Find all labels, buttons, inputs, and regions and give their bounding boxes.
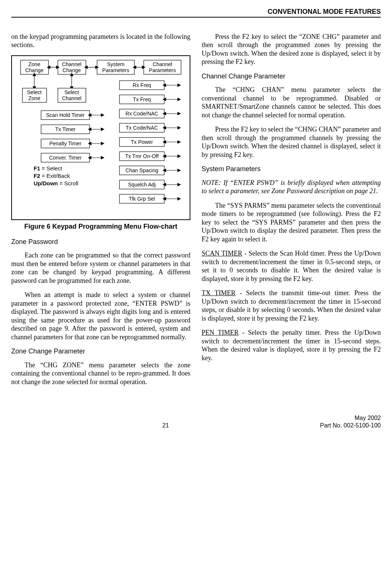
intro-text: on the keypad programming parameters is … [11,33,190,49]
svg-text:System: System [107,61,125,67]
svg-text:Squelch Adj: Squelch Adj [128,182,156,188]
tx-timer-text: TX TIMER - Selects the transmit time-out… [202,289,381,322]
page-header: CONVENTIONAL MODE FEATURES [11,7,381,18]
heading-zone-change: Zone Change Parameter [11,347,190,356]
svg-text:F2 = Exit/Back: F2 = Exit/Back [34,173,70,179]
tx-timer-label: TX TIMER [202,289,236,297]
pen-timer-label: PEN TIMER [202,329,239,336]
svg-text:Tlk Grp Sel: Tlk Grp Sel [129,196,155,202]
chan-items: Rx Freq Tx Freq Rx Code/NAC Tx Code/NAC … [119,81,164,203]
zone-password-p1: Each zone can be programmed so that the … [11,251,190,285]
svg-text:Scan Hold Timer: Scan Hold Timer [46,112,85,118]
sys-items: Scan Hold Timer Tx Timer Penalty Timer C… [41,111,90,162]
svg-text:Channel: Channel [153,61,172,67]
box-channel-change: Channel Change [58,60,86,74]
svg-text:Chan Spacing: Chan Spacing [125,167,158,173]
chan-change-p1: The “CHNG CHAN” menu parameter selects t… [202,86,381,119]
figure-6-box: Zone Change Channel Change System Parame… [11,55,190,220]
box-channel-parameters: Channel Parameters [144,60,181,74]
svg-text:Tx Timer: Tx Timer [55,126,76,132]
zone-password-p2: When an attempt is made to select a syst… [11,291,190,341]
svg-text:Tx Freq: Tx Freq [133,96,151,102]
footer-page: 21 [162,422,169,429]
box-zone-change: Zone Change [21,60,49,74]
scan-timer-text: SCAN TIMER - Selects the Scan Hold timer… [202,249,381,283]
svg-text:Penalty Timer: Penalty Timer [49,140,81,146]
sys-params-p1: The “SYS PARMS” menu parameter selects t… [202,201,381,244]
svg-text:Zone: Zone [28,61,40,67]
svg-text:Channel: Channel [62,95,81,101]
svg-text:Select: Select [27,89,42,95]
heading-channel-change: Channel Change Parameter [202,72,381,81]
svg-text:Tx Tmr On-Off: Tx Tmr On-Off [125,153,159,159]
svg-text:Tx Power: Tx Power [131,139,153,145]
svg-text:Parameters: Parameters [149,67,176,73]
footer-right: May 2002 Part No. 002-5100-100 [320,414,381,429]
zone-change-p1: The “CHG ZONE” menu parameter selects th… [11,361,190,386]
svg-text:Up/Down = Scroll: Up/Down = Scroll [34,180,78,186]
scan-timer-label: SCAN TIMER [202,250,242,257]
figure-6-caption: Figure 6 Keypad Programming Menu Flow-ch… [11,222,190,231]
heading-zone-password: Zone Password [11,238,190,246]
footer-date: May 2002 [320,414,381,422]
svg-text:Change: Change [25,67,43,73]
svg-text:Select: Select [65,89,79,95]
svg-text:Conver. Timer: Conver. Timer [49,155,81,161]
svg-text:Parameters: Parameters [102,67,129,73]
chan-change-p2: Press the F2 key to select the “CHNG CHA… [202,125,381,159]
page-footer: 21 May 2002 Part No. 002-5100-100 [11,414,381,429]
content-columns: on the keypad programming parameters is … [11,33,381,392]
svg-text:Tx Code/NAC: Tx Code/NAC [126,125,158,131]
right-column: Press the F2 key to select the “ZONE CHG… [202,33,381,392]
left-column: on the keypad programming parameters is … [11,33,190,392]
figure-6-svg: Zone Change Channel Change System Parame… [14,58,187,215]
box-select-zone: Select Zone [22,88,47,102]
svg-text:Rx Freq: Rx Freq [133,82,151,88]
svg-text:Change: Change [62,67,81,73]
box-system-parameters: System Parameters [97,60,134,74]
footer-part: Part No. 002-5100-100 [320,422,381,429]
pen-timer-text: PEN TIMER - Selects the penalty timer. P… [202,328,381,362]
svg-text:F1 = Select: F1 = Select [34,165,62,172]
note-text: NOTE: If “ENTER PSWD” is briefly display… [202,179,381,195]
svg-text:Rx Code/NAC: Rx Code/NAC [125,111,158,117]
right-p1: Press the F2 key to select the “ZONE CHG… [202,33,381,66]
box-select-channel: Select Channel [58,88,86,102]
heading-system-parameters: System Parameters [202,165,381,173]
svg-text:Channel: Channel [62,61,81,67]
svg-text:Zone: Zone [28,95,40,101]
